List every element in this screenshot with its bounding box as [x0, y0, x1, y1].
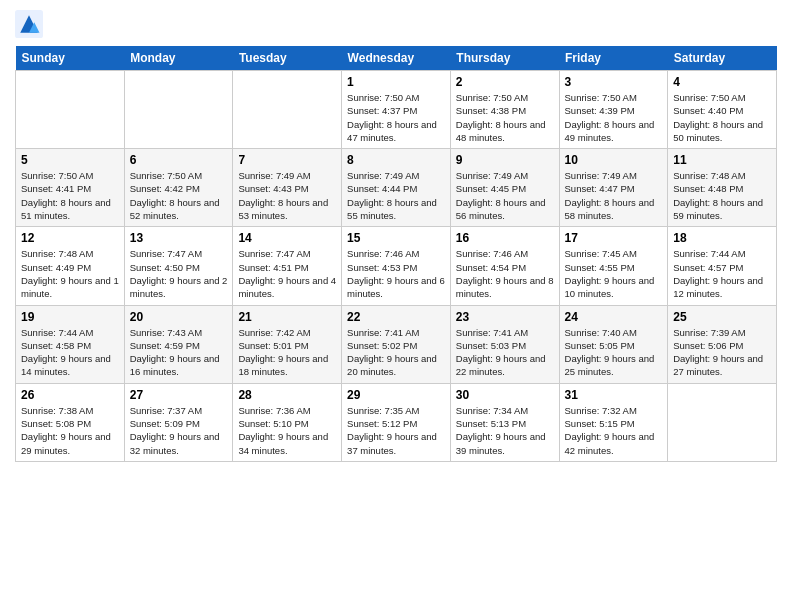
day-info: Sunrise: 7:50 AM Sunset: 4:39 PM Dayligh…	[565, 91, 663, 144]
day-number: 20	[130, 310, 228, 324]
calendar-cell	[16, 71, 125, 149]
calendar-cell: 14Sunrise: 7:47 AM Sunset: 4:51 PM Dayli…	[233, 227, 342, 305]
calendar-header: SundayMondayTuesdayWednesdayThursdayFrid…	[16, 46, 777, 71]
logo	[15, 10, 45, 38]
day-info: Sunrise: 7:36 AM Sunset: 5:10 PM Dayligh…	[238, 404, 336, 457]
calendar-cell: 23Sunrise: 7:41 AM Sunset: 5:03 PM Dayli…	[450, 305, 559, 383]
day-info: Sunrise: 7:46 AM Sunset: 4:54 PM Dayligh…	[456, 247, 554, 300]
calendar-cell: 18Sunrise: 7:44 AM Sunset: 4:57 PM Dayli…	[668, 227, 777, 305]
calendar-cell: 8Sunrise: 7:49 AM Sunset: 4:44 PM Daylig…	[342, 149, 451, 227]
day-number: 13	[130, 231, 228, 245]
weekday-header-monday: Monday	[124, 46, 233, 71]
day-info: Sunrise: 7:42 AM Sunset: 5:01 PM Dayligh…	[238, 326, 336, 379]
weekday-header-wednesday: Wednesday	[342, 46, 451, 71]
calendar-cell	[668, 383, 777, 461]
weekday-header-tuesday: Tuesday	[233, 46, 342, 71]
day-info: Sunrise: 7:50 AM Sunset: 4:41 PM Dayligh…	[21, 169, 119, 222]
calendar-cell: 30Sunrise: 7:34 AM Sunset: 5:13 PM Dayli…	[450, 383, 559, 461]
day-info: Sunrise: 7:48 AM Sunset: 4:48 PM Dayligh…	[673, 169, 771, 222]
day-number: 15	[347, 231, 445, 245]
day-info: Sunrise: 7:47 AM Sunset: 4:50 PM Dayligh…	[130, 247, 228, 300]
day-info: Sunrise: 7:41 AM Sunset: 5:03 PM Dayligh…	[456, 326, 554, 379]
day-number: 12	[21, 231, 119, 245]
day-info: Sunrise: 7:38 AM Sunset: 5:08 PM Dayligh…	[21, 404, 119, 457]
day-info: Sunrise: 7:50 AM Sunset: 4:40 PM Dayligh…	[673, 91, 771, 144]
calendar-cell: 1Sunrise: 7:50 AM Sunset: 4:37 PM Daylig…	[342, 71, 451, 149]
day-number: 16	[456, 231, 554, 245]
calendar-cell	[124, 71, 233, 149]
weekday-header-sunday: Sunday	[16, 46, 125, 71]
day-info: Sunrise: 7:45 AM Sunset: 4:55 PM Dayligh…	[565, 247, 663, 300]
calendar-cell: 21Sunrise: 7:42 AM Sunset: 5:01 PM Dayli…	[233, 305, 342, 383]
weekday-header-row: SundayMondayTuesdayWednesdayThursdayFrid…	[16, 46, 777, 71]
calendar-cell: 7Sunrise: 7:49 AM Sunset: 4:43 PM Daylig…	[233, 149, 342, 227]
day-info: Sunrise: 7:47 AM Sunset: 4:51 PM Dayligh…	[238, 247, 336, 300]
calendar-cell: 11Sunrise: 7:48 AM Sunset: 4:48 PM Dayli…	[668, 149, 777, 227]
calendar-cell: 29Sunrise: 7:35 AM Sunset: 5:12 PM Dayli…	[342, 383, 451, 461]
calendar-cell: 10Sunrise: 7:49 AM Sunset: 4:47 PM Dayli…	[559, 149, 668, 227]
calendar-cell: 15Sunrise: 7:46 AM Sunset: 4:53 PM Dayli…	[342, 227, 451, 305]
calendar-cell: 13Sunrise: 7:47 AM Sunset: 4:50 PM Dayli…	[124, 227, 233, 305]
day-number: 30	[456, 388, 554, 402]
weekday-header-thursday: Thursday	[450, 46, 559, 71]
calendar-cell: 28Sunrise: 7:36 AM Sunset: 5:10 PM Dayli…	[233, 383, 342, 461]
day-info: Sunrise: 7:32 AM Sunset: 5:15 PM Dayligh…	[565, 404, 663, 457]
day-number: 4	[673, 75, 771, 89]
calendar-cell: 16Sunrise: 7:46 AM Sunset: 4:54 PM Dayli…	[450, 227, 559, 305]
day-number: 24	[565, 310, 663, 324]
day-info: Sunrise: 7:43 AM Sunset: 4:59 PM Dayligh…	[130, 326, 228, 379]
day-info: Sunrise: 7:37 AM Sunset: 5:09 PM Dayligh…	[130, 404, 228, 457]
day-number: 5	[21, 153, 119, 167]
calendar-cell: 22Sunrise: 7:41 AM Sunset: 5:02 PM Dayli…	[342, 305, 451, 383]
day-number: 27	[130, 388, 228, 402]
day-number: 1	[347, 75, 445, 89]
calendar-cell: 9Sunrise: 7:49 AM Sunset: 4:45 PM Daylig…	[450, 149, 559, 227]
week-row-2: 12Sunrise: 7:48 AM Sunset: 4:49 PM Dayli…	[16, 227, 777, 305]
calendar-cell	[233, 71, 342, 149]
day-number: 10	[565, 153, 663, 167]
calendar-cell: 19Sunrise: 7:44 AM Sunset: 4:58 PM Dayli…	[16, 305, 125, 383]
day-info: Sunrise: 7:50 AM Sunset: 4:42 PM Dayligh…	[130, 169, 228, 222]
day-number: 22	[347, 310, 445, 324]
day-info: Sunrise: 7:49 AM Sunset: 4:44 PM Dayligh…	[347, 169, 445, 222]
day-number: 26	[21, 388, 119, 402]
day-number: 3	[565, 75, 663, 89]
week-row-3: 19Sunrise: 7:44 AM Sunset: 4:58 PM Dayli…	[16, 305, 777, 383]
weekday-header-friday: Friday	[559, 46, 668, 71]
day-info: Sunrise: 7:50 AM Sunset: 4:38 PM Dayligh…	[456, 91, 554, 144]
day-info: Sunrise: 7:48 AM Sunset: 4:49 PM Dayligh…	[21, 247, 119, 300]
day-number: 11	[673, 153, 771, 167]
calendar-cell: 6Sunrise: 7:50 AM Sunset: 4:42 PM Daylig…	[124, 149, 233, 227]
week-row-0: 1Sunrise: 7:50 AM Sunset: 4:37 PM Daylig…	[16, 71, 777, 149]
day-number: 21	[238, 310, 336, 324]
day-number: 14	[238, 231, 336, 245]
day-info: Sunrise: 7:44 AM Sunset: 4:57 PM Dayligh…	[673, 247, 771, 300]
day-number: 7	[238, 153, 336, 167]
calendar-cell: 20Sunrise: 7:43 AM Sunset: 4:59 PM Dayli…	[124, 305, 233, 383]
day-number: 23	[456, 310, 554, 324]
calendar-cell: 5Sunrise: 7:50 AM Sunset: 4:41 PM Daylig…	[16, 149, 125, 227]
week-row-1: 5Sunrise: 7:50 AM Sunset: 4:41 PM Daylig…	[16, 149, 777, 227]
header-row	[15, 10, 777, 38]
day-info: Sunrise: 7:49 AM Sunset: 4:45 PM Dayligh…	[456, 169, 554, 222]
day-number: 25	[673, 310, 771, 324]
day-info: Sunrise: 7:35 AM Sunset: 5:12 PM Dayligh…	[347, 404, 445, 457]
calendar: SundayMondayTuesdayWednesdayThursdayFrid…	[15, 46, 777, 462]
calendar-body: 1Sunrise: 7:50 AM Sunset: 4:37 PM Daylig…	[16, 71, 777, 462]
calendar-cell: 25Sunrise: 7:39 AM Sunset: 5:06 PM Dayli…	[668, 305, 777, 383]
logo-icon	[15, 10, 43, 38]
day-number: 6	[130, 153, 228, 167]
day-info: Sunrise: 7:39 AM Sunset: 5:06 PM Dayligh…	[673, 326, 771, 379]
week-row-4: 26Sunrise: 7:38 AM Sunset: 5:08 PM Dayli…	[16, 383, 777, 461]
day-info: Sunrise: 7:49 AM Sunset: 4:47 PM Dayligh…	[565, 169, 663, 222]
main-container: SundayMondayTuesdayWednesdayThursdayFrid…	[0, 0, 792, 472]
day-number: 29	[347, 388, 445, 402]
calendar-cell: 27Sunrise: 7:37 AM Sunset: 5:09 PM Dayli…	[124, 383, 233, 461]
calendar-cell: 17Sunrise: 7:45 AM Sunset: 4:55 PM Dayli…	[559, 227, 668, 305]
calendar-cell: 3Sunrise: 7:50 AM Sunset: 4:39 PM Daylig…	[559, 71, 668, 149]
day-number: 28	[238, 388, 336, 402]
day-info: Sunrise: 7:44 AM Sunset: 4:58 PM Dayligh…	[21, 326, 119, 379]
day-number: 8	[347, 153, 445, 167]
calendar-cell: 2Sunrise: 7:50 AM Sunset: 4:38 PM Daylig…	[450, 71, 559, 149]
calendar-cell: 31Sunrise: 7:32 AM Sunset: 5:15 PM Dayli…	[559, 383, 668, 461]
